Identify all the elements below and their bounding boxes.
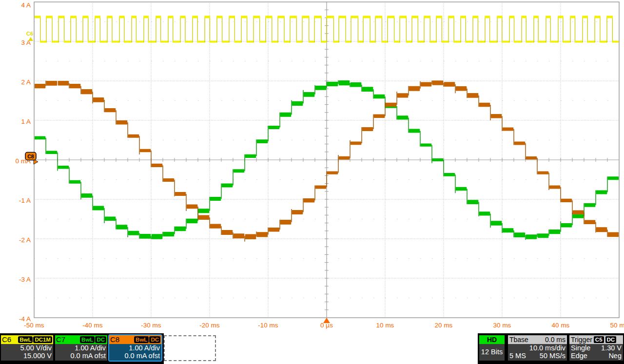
trace-c6[interactable] [34, 16, 619, 42]
timebase-offset: 0.0 ms [545, 336, 566, 344]
trigger-type: Edge [571, 352, 587, 360]
channel-id: C7 [56, 335, 65, 344]
bandwidth-limit-badge: BwL [18, 336, 33, 343]
coupling-badge: DC [149, 336, 160, 343]
sample-count: 5 MS [509, 352, 526, 360]
channel-settings[interactable]: 1.00 A/div 0.0 mA ofst [55, 344, 107, 361]
trigger-coupling-badge: DC [605, 336, 617, 343]
channel-header-c8[interactable]: C8 BwLDC [109, 335, 161, 344]
trigger-mode: Single [571, 344, 590, 352]
trigger-header[interactable]: Trigger C5 DC [569, 335, 623, 344]
channel-settings[interactable]: 1.00 A/div 0.0 mA ofst [109, 344, 161, 361]
hd-bits: 12 Bits [479, 344, 505, 361]
x-axis-label: 20 ms [435, 322, 453, 329]
timebase-label: Tbase [509, 336, 528, 344]
channel-badges: BwLDC1M [18, 336, 52, 343]
vertical-scale: 1.00 A/div [57, 344, 106, 352]
channel-header-c6[interactable]: C6 BwLDC1M [1, 335, 53, 344]
vertical-scale: 1.00 A/div [111, 344, 160, 352]
trace-c8[interactable] [35, 80, 624, 241]
waveform-display: 4 A3 A2 A1 A0 mA-1 A-2 A-3 A-4 A-50 ms-4… [0, 0, 624, 333]
vertical-scale: 5.00 V/div [2, 344, 52, 352]
coupling-badge: DC [95, 336, 106, 343]
channel-descriptor-c6[interactable]: C6 BwLDC1M 5.00 V/div 15.000 V [1, 335, 53, 361]
timebase-scale: 10.0 ms/div [509, 344, 566, 352]
trigger-settings[interactable]: Single 1.30 V Edge Neg [569, 344, 623, 361]
sample-rate: 50 MS/s [540, 352, 566, 360]
x-axis-label: -10 ms [258, 322, 278, 329]
channel-settings[interactable]: 5.00 V/div 15.000 V [1, 344, 53, 361]
hd-header: HD [479, 335, 505, 344]
trigger-position-marker[interactable] [323, 318, 330, 323]
x-axis-label: -50 ms [24, 322, 44, 329]
channel-descriptor-c8[interactable]: C8 BwLDC 1.00 A/div 0.0 mA ofst [109, 335, 161, 361]
trigger-descriptor[interactable]: Trigger C5 DC Single 1.30 V Edge Neg [569, 335, 623, 361]
svg-text:C8: C8 [27, 153, 34, 159]
x-axis-label: -40 ms [82, 322, 103, 329]
channel-id: C8 [110, 335, 119, 344]
vertical-offset: 0.0 mA ofst [111, 352, 160, 360]
svg-text:C6: C6 [26, 31, 33, 37]
hd-resolution-box[interactable]: HD 12 Bits [479, 335, 505, 361]
y-axis-label: -3 A [19, 276, 31, 283]
oscilloscope-screen: 4 A3 A2 A1 A0 mA-1 A-2 A-3 A-4 A-50 ms-4… [0, 0, 624, 364]
bandwidth-limit-badge: BwL [134, 336, 149, 343]
x-axis-label: -20 ms [199, 322, 220, 329]
bandwidth-limit-badge: BwL [80, 336, 95, 343]
channel-id: C6 [2, 335, 11, 344]
x-axis-label: -30 ms [141, 322, 161, 329]
channel-badges: BwLDC [80, 336, 106, 343]
trigger-source-badge: C5 [594, 336, 604, 343]
channel-header-c7[interactable]: C7 BwLDC [55, 335, 107, 344]
x-axis-label: 50 ms [610, 322, 624, 329]
timebase-header[interactable]: Tbase 0.0 ms [508, 335, 567, 344]
trigger-level: 1.30 V [601, 344, 622, 352]
vertical-offset: 0.0 mA ofst [57, 352, 106, 360]
channel-descriptor-c7[interactable]: C7 BwLDC 1.00 A/div 0.0 mA ofst [55, 335, 107, 361]
x-axis-label: 30 ms [493, 322, 511, 329]
y-axis-label: -1 A [19, 197, 31, 204]
timebase-settings[interactable]: 10.0 ms/div 5 MS 50 MS/s [508, 344, 567, 361]
graticule [34, 2, 619, 318]
empty-channel-slot[interactable] [164, 335, 216, 361]
x-axis-label: 10 ms [376, 322, 394, 329]
y-axis-label: 2 A [21, 78, 31, 86]
trigger-label: Trigger [571, 336, 592, 344]
axis-labels: 4 A3 A2 A1 A0 mA-1 A-2 A-3 A-4 A-50 ms-4… [15, 1, 624, 329]
x-axis-label: 40 ms [552, 322, 570, 329]
vertical-offset: 15.000 V [2, 352, 52, 360]
y-axis-label: 4 A [21, 1, 31, 9]
y-axis-label: -2 A [19, 236, 31, 244]
coupling-badge: DC1M [33, 336, 52, 343]
channel-badges: BwLDC [134, 336, 160, 343]
y-axis-label: 1 A [21, 118, 31, 125]
trigger-slope: Neg [608, 352, 622, 360]
timebase-descriptor[interactable]: Tbase 0.0 ms 10.0 ms/div 5 MS 50 MS/s [508, 335, 567, 361]
